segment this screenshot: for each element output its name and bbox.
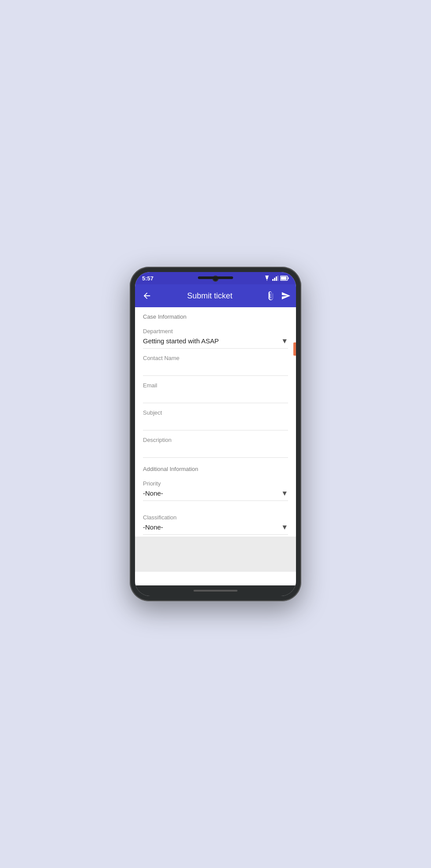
subject-field[interactable]: Subject [143, 405, 288, 430]
svg-rect-5 [281, 277, 287, 280]
additional-section: Priority -None- ▼ Classification -None- … [135, 476, 296, 535]
battery-icon [280, 276, 289, 281]
svg-rect-2 [276, 276, 277, 281]
email-input[interactable] [143, 390, 288, 400]
contact-name-label: Contact Name [143, 355, 288, 361]
svg-rect-0 [272, 279, 274, 281]
contact-name-field[interactable]: Contact Name [143, 350, 288, 376]
priority-label: Priority [143, 480, 288, 487]
classification-field[interactable]: Classification -None- ▼ [143, 510, 288, 535]
department-dropdown[interactable]: Getting started with ASAP ▼ [143, 336, 288, 346]
back-button[interactable] [140, 289, 153, 302]
priority-value: -None- [143, 489, 163, 498]
chevron-down-icon: ▼ [281, 489, 288, 497]
classification-value: -None- [143, 522, 163, 532]
chevron-down-icon: ▼ [281, 523, 288, 531]
status-icons [263, 276, 289, 281]
case-section-header: Case Information [135, 307, 296, 324]
page-title: Submit ticket [159, 291, 261, 301]
home-indicator [194, 590, 237, 592]
description-label: Description [143, 437, 288, 443]
form-content: Case Information Department Getting star… [135, 307, 296, 585]
department-label: Department [143, 328, 288, 335]
additional-section-header: Additional Information [135, 460, 296, 476]
top-bar-actions [266, 291, 291, 301]
email-label: Email [143, 382, 288, 389]
app-bar: Submit ticket [135, 284, 296, 307]
svg-rect-1 [274, 278, 275, 281]
description-field[interactable]: Description [143, 432, 288, 458]
subject-input[interactable] [143, 418, 288, 427]
classification-dropdown[interactable]: -None- ▼ [143, 522, 288, 532]
priority-field[interactable]: Priority -None- ▼ [143, 476, 288, 501]
department-value: Getting started with ASAP [143, 336, 219, 346]
classification-label: Classification [143, 514, 288, 521]
chevron-down-icon: ▼ [281, 337, 288, 345]
priority-dropdown[interactable]: -None- ▼ [143, 489, 288, 498]
attach-button[interactable] [266, 291, 276, 301]
svg-rect-6 [288, 277, 289, 279]
email-field[interactable]: Email [143, 378, 288, 403]
phone-screen: 5:57 [135, 272, 296, 596]
contact-name-input[interactable] [143, 363, 288, 373]
field-spacer [143, 503, 288, 510]
speaker [198, 276, 233, 279]
bottom-area [135, 537, 296, 572]
description-input[interactable] [143, 445, 288, 455]
signal-icon [272, 276, 278, 281]
wifi-icon [263, 276, 270, 281]
department-field[interactable]: Department Getting started with ASAP ▼ [143, 324, 288, 349]
case-section: Department Getting started with ASAP ▼ C… [135, 324, 296, 458]
subject-label: Subject [143, 409, 288, 416]
svg-rect-3 [278, 276, 278, 281]
scroll-accent [293, 342, 296, 356]
phone-device: 5:57 [130, 267, 301, 601]
status-time: 5:57 [142, 275, 153, 282]
send-button[interactable] [281, 291, 291, 301]
